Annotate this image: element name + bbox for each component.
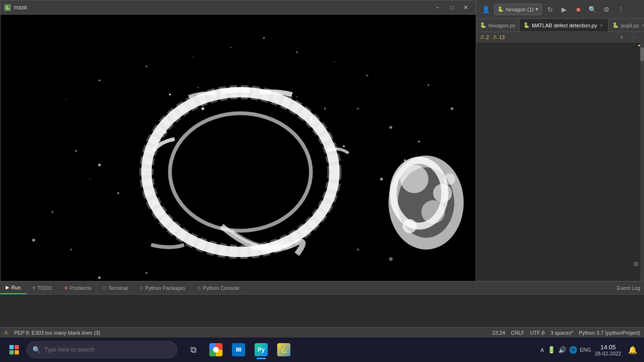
- system-clock[interactable]: 14:05 28-02-2022: [595, 344, 621, 356]
- svg-point-29: [444, 173, 455, 185]
- terminal-tab-label: Terminal: [108, 285, 128, 291]
- run-config-label: hexagon (1): [506, 7, 534, 12]
- taskbar-app-outlook[interactable]: ✉: [228, 339, 249, 360]
- pupil-tab-label: pupil.py: [621, 23, 639, 28]
- svg-point-34: [324, 107, 326, 109]
- svg-point-7: [277, 100, 279, 102]
- matlab-tab-close[interactable]: ✕: [599, 23, 604, 28]
- network-icon[interactable]: 🌐: [569, 346, 577, 354]
- svg-text:🐍: 🐍: [5, 5, 10, 10]
- task-view-icon: ⧉: [190, 345, 197, 355]
- svg-point-49: [146, 66, 148, 67]
- collapse-warnings-button[interactable]: ∧: [616, 32, 627, 43]
- scrollbar-thumb[interactable]: [640, 47, 644, 61]
- svg-point-30: [169, 93, 171, 95]
- interpreter-info[interactable]: Python 3.7 (pythonProject): [579, 330, 640, 336]
- tab-terminal[interactable]: □ Terminal: [98, 281, 134, 294]
- tab-python-console[interactable]: ◇ Python Console: [191, 281, 246, 294]
- search-input[interactable]: [44, 346, 171, 353]
- ide-warnings-bar: ⚠ 2 ⚠ 13 ∧ ⋯: [476, 32, 644, 42]
- notification-center-button[interactable]: 🔔: [625, 342, 640, 357]
- taskbar: 🔍 ⧉ ✉ Py 🐍 ∧ 🔋 🔊 🌐 ENG 14:05: [0, 337, 644, 362]
- taskbar-app-chrome[interactable]: [206, 339, 226, 360]
- svg-point-41: [98, 276, 101, 279]
- expand-warnings-button[interactable]: ⋯: [629, 32, 640, 43]
- error-count-badge: ⚠ 13: [493, 34, 504, 40]
- cursor-position[interactable]: 23:24: [492, 330, 505, 336]
- tab-pupil-py[interactable]: 🐍 pupil.py ✕: [609, 19, 644, 32]
- tab-todo[interactable]: ≡ TODO: [27, 281, 58, 294]
- tray-expand-icon[interactable]: ∧: [540, 346, 545, 354]
- taskbar-app-task-view[interactable]: ⧉: [183, 339, 204, 360]
- svg-point-35: [117, 192, 119, 194]
- svg-point-45: [263, 37, 265, 39]
- svg-point-47: [296, 51, 298, 53]
- user-icon-button[interactable]: 👤: [480, 4, 491, 15]
- settings-button[interactable]: ⚙: [601, 4, 612, 15]
- mask-titlebar: 🐍 mask − □ ✕: [0, 0, 476, 15]
- svg-point-13: [380, 178, 383, 181]
- search-bar[interactable]: 🔍: [26, 341, 177, 358]
- window-icon: 🐍: [4, 4, 11, 11]
- hexagon-tab-icon: 🐍: [480, 22, 487, 28]
- encoding[interactable]: UTF-8: [530, 330, 545, 336]
- more-button[interactable]: ⋮: [615, 4, 627, 15]
- pupil-tab-icon: 🐍: [612, 22, 619, 28]
- bottom-panel-tabs: ▶ Run ≡ TODO ⊗ Problems □ Terminal ◇ Pyt…: [0, 281, 644, 295]
- svg-point-15: [51, 211, 53, 213]
- taskbar-right: ∧ 🔋 🔊 🌐 ENG 14:05 28-02-2022 🔔: [540, 342, 640, 357]
- run-tab-label: Run: [11, 285, 21, 290]
- line-separator[interactable]: CRLF: [511, 330, 525, 336]
- tab-matlab-detection-py[interactable]: 🐍 MATLAB defect detection.py ✕: [520, 19, 609, 32]
- run-config-dropdown[interactable]: 🐍 hexagon (1) ▾: [494, 4, 542, 15]
- matlab-tab-icon: 🐍: [523, 22, 530, 28]
- ide-panel: 👤 🐍 hexagon (1) ▾ ↻ ▶ ■ 🔍 ⚙ ⋮ 🐍 hexagon.…: [476, 0, 644, 321]
- minimize-button[interactable]: −: [431, 3, 444, 12]
- tab-run[interactable]: ▶ Run: [0, 281, 27, 294]
- close-button[interactable]: ✕: [460, 3, 472, 12]
- svg-point-46: [231, 47, 231, 48]
- svg-point-51: [366, 75, 368, 77]
- svg-point-17: [357, 248, 359, 250]
- taskbar-app-python[interactable]: 🐍: [273, 339, 294, 360]
- taskbar-app-pycharm[interactable]: Py: [251, 339, 272, 360]
- tab-python-packages[interactable]: ◇ Python Packages: [134, 281, 192, 294]
- run-button[interactable]: ▶: [559, 4, 570, 15]
- rerun-button[interactable]: ↻: [545, 4, 556, 15]
- language-indicator[interactable]: ENG: [580, 347, 591, 353]
- indent-info[interactable]: 3 spaces*: [550, 330, 573, 336]
- sys-tray: ∧ 🔋 🔊 🌐 ENG: [540, 346, 591, 354]
- taskbar-apps: ⧉ ✉ Py 🐍: [183, 339, 294, 360]
- tab-problems[interactable]: ⊗ Problems: [58, 281, 98, 294]
- mask-window: 🐍 mask − □ ✕: [0, 0, 476, 321]
- run-config-icon: 🐍: [497, 6, 504, 12]
- volume-icon[interactable]: 🔊: [558, 346, 566, 354]
- svg-point-28: [403, 219, 417, 233]
- ide-scrollbar[interactable]: [640, 42, 644, 307]
- svg-point-11: [98, 164, 101, 166]
- status-bar: ⚠ PEP 8: E303 too many blank lines (3) 2…: [0, 327, 644, 337]
- editor-settings-icon[interactable]: ⚙: [633, 260, 639, 268]
- python-icon: 🐍: [277, 343, 290, 356]
- pupil-tab-close[interactable]: ✕: [641, 23, 644, 28]
- tab-hexagon-py[interactable]: 🐍 hexagon.py: [476, 19, 520, 32]
- problems-tab-icon: ⊗: [64, 285, 68, 290]
- outlook-icon: ✉: [232, 343, 245, 356]
- svg-point-26: [421, 200, 445, 224]
- stop-button[interactable]: ■: [573, 4, 584, 15]
- battery-icon[interactable]: 🔋: [547, 346, 555, 354]
- svg-point-16: [32, 239, 35, 242]
- run-tab-icon: ▶: [6, 285, 9, 290]
- window-controls: − □ ✕: [431, 3, 472, 12]
- svg-point-18: [389, 257, 393, 261]
- error-count: 13: [499, 34, 504, 40]
- pycharm-icon: Py: [255, 343, 268, 356]
- search-button[interactable]: 🔍: [587, 4, 598, 15]
- start-button[interactable]: [4, 339, 25, 360]
- svg-point-39: [418, 140, 420, 142]
- maximize-button[interactable]: □: [446, 3, 458, 12]
- event-log-link[interactable]: Event Log: [617, 285, 640, 291]
- svg-point-9: [164, 131, 166, 133]
- svg-point-37: [357, 107, 359, 109]
- mask-canvas: [0, 15, 476, 320]
